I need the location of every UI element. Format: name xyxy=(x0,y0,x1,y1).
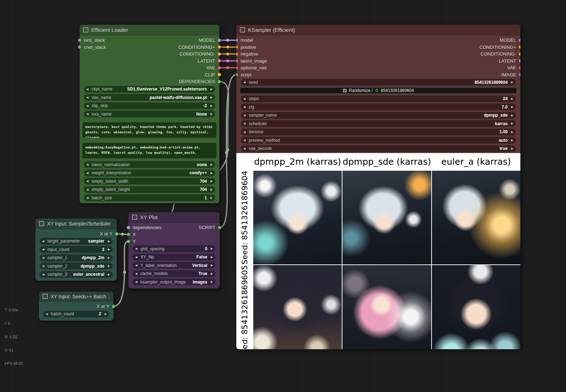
decrement-icon[interactable]: ◀ xyxy=(135,254,139,261)
output-slot-image[interactable]: IMAGE xyxy=(501,72,520,77)
input-slot-positive[interactable]: positive xyxy=(236,45,256,50)
increment-icon[interactable]: ▶ xyxy=(509,120,513,127)
slot-dot-icon[interactable] xyxy=(236,73,238,76)
slot-dot-icon[interactable] xyxy=(112,305,115,308)
decrement-icon[interactable]: ◀ xyxy=(135,245,139,252)
increment-icon[interactable]: ▶ xyxy=(209,270,213,277)
decrement-icon[interactable]: ◀ xyxy=(86,186,90,193)
slot-dot-icon[interactable] xyxy=(218,226,221,229)
randomize-seed-button[interactable]: ⚄ Randomize / ♻ 85413261869604 xyxy=(240,87,517,94)
widget-token-normalization[interactable]: ◀ token_normalization none ▶ xyxy=(84,161,215,168)
decrement-icon[interactable]: ◀ xyxy=(86,111,90,117)
input-slot-cnet-stack[interactable]: cnet_stack xyxy=(80,45,106,50)
increment-icon[interactable]: ▶ xyxy=(209,86,213,93)
decrement-icon[interactable]: ◀ xyxy=(86,170,90,176)
node-canvas[interactable]: T: 0.00s I: 0 N: 5 [5] V: 51 FPS:58.82 E… xyxy=(0,0,566,392)
decrement-icon[interactable]: ◀ xyxy=(42,263,46,269)
node-header[interactable]: KSampler (Efficient) xyxy=(236,25,520,35)
increment-icon[interactable]: ▶ xyxy=(209,103,213,109)
input-slot-negative[interactable]: negative xyxy=(236,51,258,57)
preview-image-r0c1[interactable] xyxy=(342,171,431,264)
increment-icon[interactable]: ▶ xyxy=(103,311,107,317)
slot-dot-icon[interactable] xyxy=(236,66,238,70)
increment-icon[interactable]: ▶ xyxy=(209,279,213,285)
slot-dot-icon[interactable] xyxy=(218,80,221,83)
output-slot-x-or-y[interactable]: X or Y xyxy=(97,304,114,309)
output-slot-latent[interactable]: LATENT xyxy=(499,58,520,64)
input-slot-script[interactable]: script xyxy=(236,72,252,77)
node-xy-input-seeds-batch[interactable]: XY Input: Seeds++ Batch X or Y ◀ batch_c… xyxy=(39,292,114,321)
decrement-icon[interactable]: ◀ xyxy=(243,120,247,127)
slot-dot-icon[interactable] xyxy=(78,45,81,49)
decrement-icon[interactable]: ◀ xyxy=(42,254,46,261)
decrement-icon[interactable]: ◀ xyxy=(86,161,90,168)
increment-icon[interactable]: ▶ xyxy=(209,178,213,185)
decrement-icon[interactable]: ◀ xyxy=(86,86,90,93)
input-slot-model[interactable]: model xyxy=(236,37,253,43)
output-slot-vae[interactable]: VAE xyxy=(206,65,219,70)
widget-scheduler[interactable]: ◀ scheduler karras ▶ xyxy=(241,120,516,127)
decrement-icon[interactable]: ◀ xyxy=(135,270,139,277)
preview-image-r0c2[interactable] xyxy=(432,171,520,264)
increment-icon[interactable]: ▶ xyxy=(509,95,513,102)
increment-icon[interactable]: ▶ xyxy=(509,129,513,135)
decrement-icon[interactable]: ◀ xyxy=(86,94,90,101)
decrement-icon[interactable]: ◀ xyxy=(86,178,90,185)
widget-grid-spacing[interactable]: ◀ grid_spacing 0 ▶ xyxy=(133,245,215,252)
increment-icon[interactable]: ▶ xyxy=(509,137,513,144)
preview-image-r1c1[interactable] xyxy=(342,265,431,349)
widget-empty-latent-width[interactable]: ◀ empty_latent_width 704 ▶ xyxy=(84,178,215,185)
increment-icon[interactable]: ▶ xyxy=(106,238,110,245)
widget-sampler-3[interactable]: ◀ sampler_3 euler_ancestral ▶ xyxy=(40,271,112,278)
increment-icon[interactable]: ▶ xyxy=(509,79,513,86)
increment-icon[interactable]: ▶ xyxy=(209,245,213,252)
decrement-icon[interactable]: ◀ xyxy=(86,103,90,109)
decrement-icon[interactable]: ◀ xyxy=(135,262,139,269)
decrement-icon[interactable]: ◀ xyxy=(86,194,90,201)
widget-lora-name[interactable]: ◀ lora_name None ▶ xyxy=(84,111,215,117)
slot-dot-icon[interactable] xyxy=(115,232,119,236)
decrement-icon[interactable]: ◀ xyxy=(46,311,50,317)
slot-dot-icon[interactable] xyxy=(218,73,221,76)
increment-icon[interactable]: ▶ xyxy=(209,186,213,193)
decrement-icon[interactable]: ◀ xyxy=(243,104,247,110)
decrement-icon[interactable]: ◀ xyxy=(243,79,247,86)
increment-icon[interactable]: ▶ xyxy=(209,254,213,261)
slot-dot-icon[interactable] xyxy=(127,240,130,243)
increment-icon[interactable]: ▶ xyxy=(209,262,213,269)
output-slot-conditioning-plus[interactable]: CONDITIONING+ xyxy=(479,45,520,50)
widget-cfg[interactable]: ◀ cfg 7.0 ▶ xyxy=(241,104,516,110)
decrement-icon[interactable]: ◀ xyxy=(135,279,139,285)
decrement-icon[interactable]: ◀ xyxy=(42,271,46,278)
collapse-icon[interactable] xyxy=(132,215,137,220)
input-slot-lora-stack[interactable]: lora_stack xyxy=(80,37,105,43)
slot-dot-icon[interactable] xyxy=(236,52,238,56)
decrement-icon[interactable]: ◀ xyxy=(42,238,46,245)
slot-dot-icon[interactable] xyxy=(218,59,221,63)
output-slot-latent[interactable]: LATENT xyxy=(198,58,219,64)
slot-dot-icon[interactable] xyxy=(519,73,520,76)
widget-batch-size[interactable]: ◀ batch_size 1 ▶ xyxy=(84,194,215,201)
preview-image-r1c2[interactable] xyxy=(432,265,520,349)
widget-vae-name[interactable]: ◀ vae_name pastel-waifu-diffusion.vae.pt… xyxy=(84,94,215,101)
output-slot-model[interactable]: MODEL xyxy=(500,37,520,43)
increment-icon[interactable]: ▶ xyxy=(209,161,213,168)
node-header[interactable]: XY Input: Seeds++ Batch xyxy=(39,292,114,302)
slot-dot-icon[interactable] xyxy=(519,66,520,70)
increment-icon[interactable]: ▶ xyxy=(209,170,213,176)
preview-image-r1c0[interactable] xyxy=(253,265,342,349)
widget-denoise[interactable]: ◀ denoise 1.00 ▶ xyxy=(241,129,516,135)
collapse-icon[interactable] xyxy=(83,27,88,33)
widget-input-count[interactable]: ◀ input_count 3 ▶ xyxy=(40,246,112,253)
node-header[interactable]: XY Input: Sampler/Scheduler xyxy=(35,218,117,229)
input-slot-latent-image[interactable]: latent_image xyxy=(236,58,267,64)
widget-ckpt-name[interactable]: ◀ ckpt_name SD1.5\aniverse_V12Pruned.saf… xyxy=(84,86,215,93)
output-slot-vae[interactable]: VAE xyxy=(507,65,520,70)
output-slot-model[interactable]: MODEL xyxy=(199,37,219,43)
slot-dot-icon[interactable] xyxy=(236,39,238,42)
increment-icon[interactable]: ▶ xyxy=(106,246,110,253)
widget-weight-interpretation[interactable]: ◀ weight_interpretation comfy++ ▶ xyxy=(84,170,215,176)
decrement-icon[interactable]: ◀ xyxy=(42,246,46,253)
input-slot-optional-vae[interactable]: optional_vae xyxy=(236,65,267,70)
input-slot-x[interactable]: X xyxy=(128,232,136,237)
